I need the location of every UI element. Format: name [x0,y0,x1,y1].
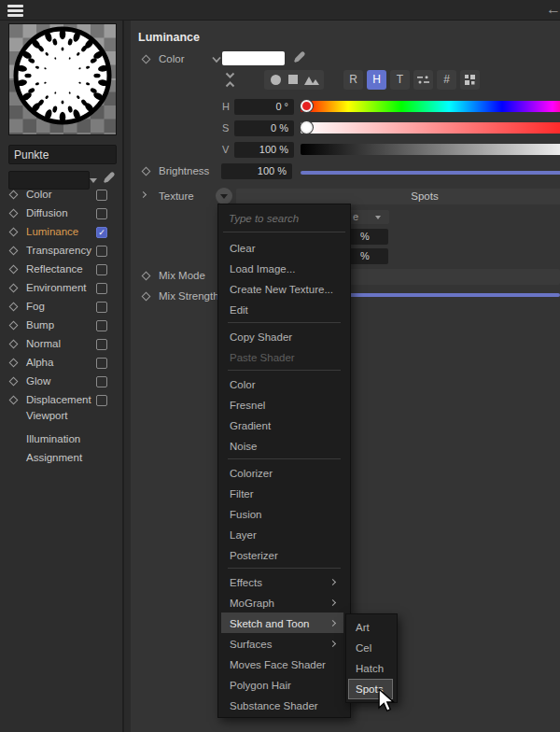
eyedropper-icon[interactable] [102,168,118,184]
menu-item-clear[interactable]: Clear [221,237,343,258]
color-mixer-button[interactable] [413,70,433,90]
menu-item-effects[interactable]: Effects [221,571,343,592]
square-picker-icon[interactable] [288,75,298,84]
shader-search-input[interactable]: Type to search [223,204,345,232]
mix-mode-dropdown[interactable] [317,269,560,285]
submenu-arrow-icon [329,579,336,585]
menu-item-substance-shader[interactable]: Substance Shader [221,695,343,715]
menu-item-edit[interactable]: Edit [221,299,343,319]
hamburger-menu-icon[interactable] [7,5,23,17]
channel-row-reflectance[interactable]: Reflectance [0,260,124,279]
sidebar-item-assignment[interactable]: Assignment [26,452,82,463]
channel-row-bump[interactable]: Bump [0,317,124,335]
menu-item-gradient[interactable]: Gradient [221,415,343,435]
menu-item-label: Fusion [230,509,262,520]
menu-item-surfaces[interactable]: Surfaces [221,633,343,654]
hex-input-button[interactable]: # [437,70,456,90]
menu-item-fresnel[interactable]: Fresnel [221,394,343,415]
material-name-input[interactable] [8,145,117,164]
hue-slider[interactable] [301,101,560,112]
val-value-field[interactable]: 100 % [234,142,294,158]
color-mode-button-h[interactable]: H [367,70,386,90]
menu-item-fusion[interactable]: Fusion [221,503,343,524]
menu-item-label: Color [230,379,255,390]
val-slider[interactable] [301,144,560,155]
menu-item-paste-shader: Paste Shader [221,346,343,367]
menu-item-moves-face-shader[interactable]: Moves Face Shader [221,654,343,674]
channel-row-diffusion[interactable]: Diffusion [0,204,124,223]
brightness-slider[interactable] [301,171,560,175]
shader-menu-list: ClearLoad Image...Create New Texture...E… [218,232,350,715]
menu-item-sketch-and-toon[interactable]: Sketch and Toon [221,612,343,633]
channel-checkbox[interactable]: ✓ [96,227,107,238]
menu-item-colorizer[interactable]: Colorizer [221,462,343,483]
mix-strength-slider[interactable] [317,293,560,297]
menu-item-color[interactable]: Color [221,373,343,394]
channel-diamond-icon [9,246,19,256]
submenu-item-hatch[interactable]: Hatch [348,658,393,679]
menu-item-layer[interactable]: Layer [221,524,343,544]
spectrum-picker-icon[interactable] [304,74,320,86]
channel-checkbox[interactable] [96,190,107,201]
eyedropper-icon[interactable] [292,48,308,63]
channel-checkbox[interactable] [96,302,107,313]
collapse-picker-icon[interactable] [224,70,236,90]
channel-row-glow[interactable]: Glow [0,373,124,391]
color-mode-button-t[interactable]: T [390,70,410,90]
menu-item-polygon-hair[interactable]: Polygon Hair [221,674,343,695]
sat-slider-handle[interactable] [301,121,313,134]
channel-checkbox[interactable] [96,320,107,331]
sat-slider[interactable] [301,122,560,134]
back-arrow-icon[interactable]: ← [546,1,560,18]
menu-item-label: Surfaces [230,639,272,650]
menu-item-load-image[interactable]: Load Image... [221,258,343,278]
menu-item-label: Sketch and Toon [230,618,309,629]
channel-row-environment[interactable]: Environment [0,279,124,298]
channel-checkbox[interactable] [96,208,107,219]
channel-row-luminance[interactable]: Luminance✓ [0,223,124,242]
circle-picker-icon[interactable] [271,75,281,85]
sat-value-field[interactable]: 0 % [234,120,294,136]
channel-diamond-icon [9,228,19,237]
chevron-down-icon[interactable] [212,56,221,63]
menu-separator [228,458,341,459]
channel-checkbox[interactable] [96,283,107,294]
swatches-button[interactable] [460,70,480,90]
channel-row-transparency[interactable]: Transparency [0,242,124,260]
menu-item-copy-shader[interactable]: Copy Shader [221,326,343,346]
brightness-value-field[interactable]: 100 % [221,163,292,179]
menu-item-label: Substance Shader [230,700,318,711]
channel-checkbox[interactable] [96,246,107,257]
menu-item-posterizer[interactable]: Posterizer [221,544,343,565]
shader-dropdown-arrow-icon[interactable] [90,178,97,183]
channel-label: Transparency [26,245,91,256]
channel-row-displacement[interactable]: Displacement [0,391,124,410]
color-mode-button-r[interactable]: R [343,70,363,90]
texture-shader-button[interactable]: Spots [236,189,560,204]
texture-dropdown-button[interactable] [216,188,232,204]
hue-slider-handle[interactable] [301,100,313,112]
menu-item-filter[interactable]: Filter [221,483,343,503]
channel-label: Diffusion [26,207,68,218]
channel-label: Glow [26,375,50,387]
channel-row-alpha[interactable]: Alpha [0,354,124,373]
submenu-item-art[interactable]: Art [348,617,393,638]
material-preview[interactable] [8,23,117,135]
channel-row-normal[interactable]: Normal [0,335,124,354]
channel-checkbox[interactable] [96,339,107,350]
channel-checkbox[interactable] [96,376,107,387]
color-swatch[interactable] [222,51,285,65]
menu-item-mograph[interactable]: MoGraph [221,592,343,612]
sidebar-item-illumination[interactable]: Illumination [26,433,80,444]
channel-checkbox[interactable] [96,395,107,406]
submenu-item-cel[interactable]: Cel [348,638,393,658]
menu-item-create-new-texture[interactable]: Create New Texture... [221,278,343,299]
channel-checkbox[interactable] [96,264,107,275]
hue-value-field[interactable]: 0 ° [234,99,294,115]
menu-item-noise[interactable]: Noise [221,435,343,456]
channel-checkbox[interactable] [96,358,107,369]
sidebar-item-viewport[interactable]: Viewport [26,410,68,421]
channel-row-color[interactable]: Color [0,186,124,204]
channel-row-fog[interactable]: Fog [0,298,124,317]
h-channel-label: H [222,101,230,112]
